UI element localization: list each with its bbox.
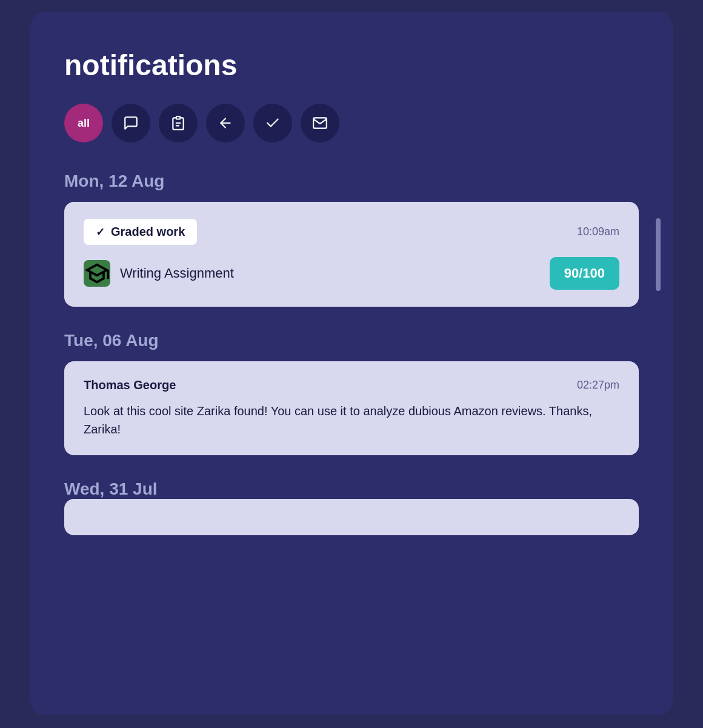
graded-work-time: 10:09am [577, 225, 619, 238]
filter-bar: all [64, 104, 639, 142]
scrollbar[interactable] [656, 218, 661, 291]
partial-card [64, 499, 639, 535]
section-date-wed: Wed, 31 Jul [64, 479, 639, 499]
assignment-row: Writing Assignment 90/100 [84, 257, 619, 290]
filter-back-button[interactable] [206, 104, 245, 142]
graded-work-badge: ✓ Graded work [84, 219, 197, 245]
graded-work-card[interactable]: ✓ Graded work 10:09am Writing Assignment… [64, 202, 639, 307]
page-title: notifications [64, 48, 639, 82]
graded-work-label: Graded work [111, 225, 185, 239]
grade-badge[interactable]: 90/100 [550, 257, 619, 290]
section-wed-31-jul: Wed, 31 Jul [64, 479, 639, 535]
card-header: ✓ Graded work 10:09am [84, 219, 619, 245]
mail-icon [312, 115, 328, 131]
message-time: 02:27pm [577, 379, 619, 392]
sender-name: Thomas George [84, 378, 176, 392]
app-container: notifications all [30, 12, 673, 715]
section-mon-12-aug: Mon, 12 Aug ✓ Graded work 10:09am Writin… [64, 172, 639, 307]
message-card[interactable]: Thomas George 02:27pm Look at this cool … [64, 361, 639, 455]
section-date-mon: Mon, 12 Aug [64, 172, 639, 191]
section-tue-06-aug: Tue, 06 Aug Thomas George 02:27pm Look a… [64, 331, 639, 455]
chat-icon [123, 115, 139, 131]
classroom-icon [84, 260, 110, 287]
filter-mail-button[interactable] [301, 104, 339, 142]
clipboard-icon [170, 115, 186, 131]
check-icon [265, 115, 281, 131]
arrow-left-icon [218, 115, 233, 131]
assignment-name: Writing Assignment [120, 265, 234, 281]
filter-chat-button[interactable] [112, 104, 150, 142]
classroom-svg-icon [84, 260, 110, 287]
filter-all-button[interactable]: all [64, 104, 103, 142]
message-text: Look at this cool site Zarika found! You… [84, 402, 619, 438]
message-header: Thomas George 02:27pm [84, 378, 619, 392]
filter-clipboard-button[interactable] [159, 104, 198, 142]
check-badge-icon: ✓ [96, 225, 105, 239]
section-date-tue: Tue, 06 Aug [64, 331, 639, 350]
svg-rect-0 [176, 116, 181, 119]
filter-check-button[interactable] [253, 104, 292, 142]
assignment-info: Writing Assignment [84, 260, 234, 287]
